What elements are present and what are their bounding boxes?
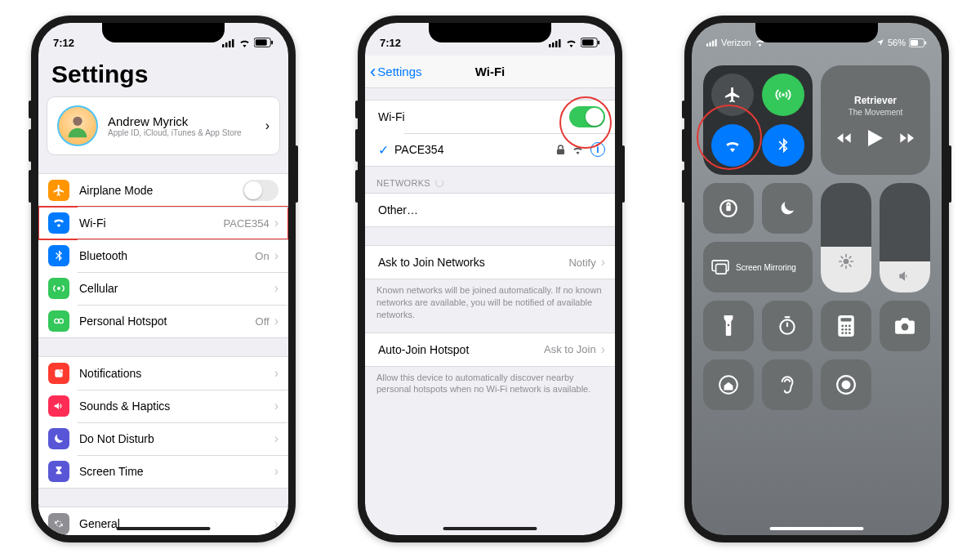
now-playing-tile[interactable]: Retriever The Movement [821, 65, 930, 175]
svg-point-52 [845, 328, 848, 331]
connectivity-tile [703, 65, 813, 175]
bluetooth-toggle[interactable] [762, 124, 804, 167]
iphone-control-center: Verizon 56% [684, 16, 949, 542]
timer-icon [777, 315, 798, 337]
home-icon [718, 374, 739, 395]
svg-rect-19 [582, 39, 594, 45]
notifications-row[interactable]: Notifications › [38, 357, 288, 390]
settings-title: Settings [38, 56, 288, 96]
home-tile[interactable] [703, 359, 754, 410]
chevron-right-icon: › [265, 118, 270, 133]
svg-rect-47 [841, 318, 852, 321]
chevron-right-icon: › [274, 281, 278, 296]
svg-rect-22 [706, 43, 708, 47]
general-row[interactable]: General › [38, 507, 288, 535]
wifi-toggle-row[interactable]: Wi-Fi [365, 100, 615, 133]
svg-point-55 [845, 332, 848, 334]
mirror-label: Screen Mirroring [736, 263, 796, 272]
screen-mirroring-tile[interactable]: Screen Mirroring [703, 242, 813, 292]
back-button[interactable]: ‹ Settings [370, 65, 422, 78]
info-icon[interactable]: i [590, 142, 605, 157]
ask-join-row[interactable]: Ask to Join Networks Notify › [365, 246, 615, 279]
spinner-icon [435, 179, 443, 187]
hearing-tile[interactable] [762, 359, 813, 410]
timer-tile[interactable] [762, 301, 813, 351]
svg-rect-17 [559, 39, 561, 47]
chevron-right-icon: › [601, 342, 605, 357]
airplane-mode-row[interactable]: Airplane Mode [38, 174, 288, 207]
calculator-tile[interactable] [821, 301, 871, 351]
screen-record-tile[interactable] [821, 359, 871, 410]
other-network-row[interactable]: Other… [365, 194, 615, 226]
notification-group: Notifications › Sounds & Haptics › Do No… [38, 356, 288, 489]
orientation-lock-tile[interactable] [703, 183, 754, 234]
general-group: General › Control Center › [38, 507, 288, 535]
wifi-strength-icon [572, 145, 584, 154]
wifi-toggle[interactable] [711, 124, 754, 167]
ear-icon [778, 373, 796, 396]
dnd-label: Do Not Disturb [79, 432, 274, 445]
wifi-icon [724, 136, 742, 154]
hotspot-value: Off [256, 315, 270, 328]
flashlight-tile[interactable] [703, 301, 754, 351]
wifi-toggle[interactable] [569, 106, 605, 127]
moon-icon [48, 428, 69, 449]
wifi-row[interactable]: Wi-Fi PACE354 › [38, 207, 288, 239]
sounds-row[interactable]: Sounds & Haptics › [38, 390, 288, 422]
cellular-toggle[interactable] [762, 74, 804, 116]
status-right [222, 38, 274, 47]
rewind-icon[interactable] [837, 132, 853, 145]
svg-point-57 [902, 324, 909, 331]
flashlight-icon [722, 315, 735, 337]
home-indicator[interactable] [770, 527, 864, 530]
airplane-toggle[interactable] [243, 180, 278, 201]
battery-icon [581, 38, 600, 47]
svg-point-60 [842, 381, 851, 390]
auto-hotspot-row[interactable]: Auto-Join Hotspot Ask to Join › [365, 333, 615, 366]
dnd-tile[interactable] [762, 183, 813, 234]
ask-join-value: Notify [568, 257, 595, 269]
volume-slider[interactable] [880, 183, 930, 292]
svg-rect-30 [726, 206, 730, 212]
status-time: 7:12 [53, 37, 74, 49]
airplane-label: Airplane Mode [79, 184, 243, 197]
screentime-row[interactable]: Screen Time › [38, 455, 288, 488]
sun-icon [838, 253, 854, 270]
chevron-right-icon: › [274, 516, 278, 531]
bluetooth-value: On [255, 250, 269, 262]
wifi-label: Wi-Fi [79, 217, 224, 230]
hotspot-row[interactable]: Personal Hotspot Off › [38, 305, 288, 337]
cellular-icon [48, 278, 69, 299]
svg-rect-16 [555, 41, 558, 47]
profile-sub: Apple ID, iCloud, iTunes & App Store [108, 128, 265, 137]
notifications-label: Notifications [79, 367, 274, 380]
bluetooth-row[interactable]: Bluetooth On › [38, 239, 288, 272]
home-indicator[interactable] [443, 527, 537, 530]
forward-icon[interactable] [898, 132, 914, 145]
airplane-toggle[interactable] [711, 74, 754, 116]
brightness-slider[interactable] [821, 183, 871, 292]
wifi-status-icon [565, 38, 577, 47]
svg-rect-14 [549, 44, 551, 47]
dnd-row[interactable]: Do Not Disturb › [38, 422, 288, 455]
svg-rect-21 [557, 149, 564, 154]
hotspot-label: Personal Hotspot [79, 315, 256, 328]
svg-rect-5 [256, 39, 267, 45]
cellular-icon [222, 38, 235, 47]
svg-rect-28 [924, 41, 926, 44]
networks-group: Other… [365, 193, 615, 227]
apple-id-row[interactable]: Andrew Myrick Apple ID, iCloud, iTunes &… [47, 97, 279, 154]
svg-point-56 [849, 332, 851, 334]
wifi-main-group: Wi-Fi ✓ PACE354 i [365, 100, 615, 167]
camera-tile[interactable] [880, 301, 930, 351]
svg-rect-1 [225, 42, 228, 47]
chevron-right-icon: › [274, 314, 278, 328]
calculator-icon [838, 315, 854, 337]
connected-network-row[interactable]: ✓ PACE354 i [365, 133, 615, 166]
home-indicator[interactable] [117, 527, 211, 530]
media-subtitle: The Movement [849, 108, 903, 117]
bluetooth-icon [774, 136, 792, 154]
play-icon[interactable] [868, 130, 883, 146]
cellular-row[interactable]: Cellular › [38, 272, 288, 305]
svg-rect-25 [715, 39, 717, 47]
